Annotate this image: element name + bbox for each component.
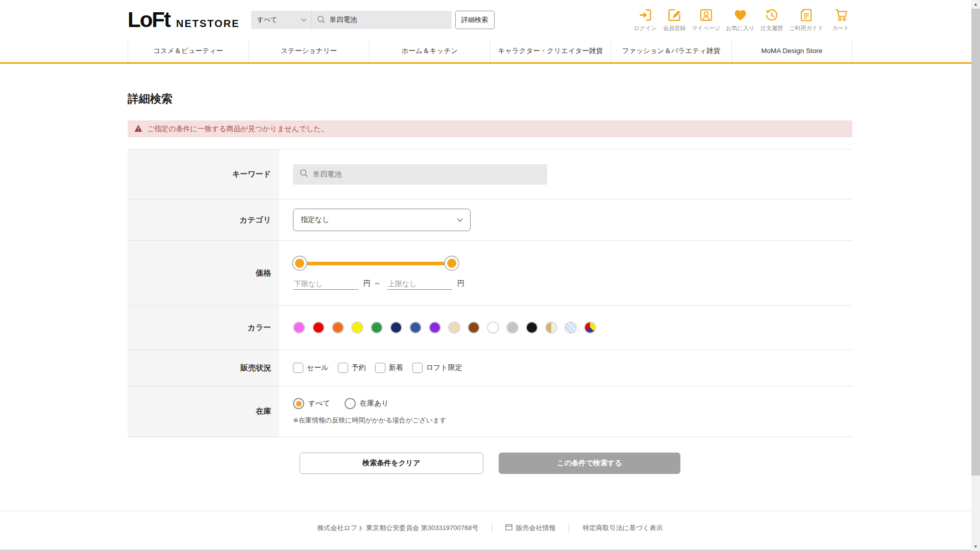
sales-status-option-1[interactable]: 予約 <box>338 363 366 373</box>
search-with-conditions-button[interactable]: この条件で検索する <box>499 453 680 474</box>
nav-item-0[interactable]: コスメ＆ビューティー <box>128 39 249 62</box>
color-swatches <box>293 321 596 334</box>
search-category-value: すべて <box>257 15 278 24</box>
price-range-slider <box>293 257 458 270</box>
sales-status-option-2[interactable]: 新着 <box>375 363 403 373</box>
color-swatch-red[interactable] <box>312 321 325 334</box>
slider-handle-max[interactable] <box>445 257 458 270</box>
search-input[interactable] <box>326 16 452 23</box>
form-row-color: カラー <box>128 306 852 350</box>
color-swatch-multicolor[interactable] <box>584 321 596 334</box>
range-separator: ～ <box>374 279 381 290</box>
quick-link-label: カート <box>832 24 849 32</box>
detail-search-button[interactable]: 詳細検索 <box>455 11 495 29</box>
nav-item-5[interactable]: MoMA Design Store <box>731 39 853 62</box>
main-content: 詳細検索 ご指定の条件に一致する商品が見つかりませんでした。 キーワード カテゴ… <box>128 91 852 474</box>
header-link-login[interactable]: ログイン <box>633 8 657 32</box>
clear-conditions-button[interactable]: 検索条件をクリア <box>300 453 483 474</box>
stock-option-0[interactable]: すべて <box>293 398 330 409</box>
sales-status-options: セール予約新着ロフト限定 <box>293 363 462 373</box>
header-search: すべて 詳細検索 <box>251 11 495 29</box>
logo-brand-text: LoFt <box>128 8 170 32</box>
cart-icon <box>834 8 848 23</box>
quick-link-label: お気に入り <box>726 24 754 32</box>
color-swatch-orange[interactable] <box>332 321 344 334</box>
stock-option-1[interactable]: 在庫あり <box>345 398 389 409</box>
price-max-input[interactable] <box>387 278 452 290</box>
footer-separator <box>569 524 569 532</box>
scrollbar-down-arrow[interactable]: ▼ <box>971 542 980 551</box>
footer-separator <box>492 524 492 532</box>
nav-item-3[interactable]: キャラクター・クリエイター雑貨 <box>490 39 611 62</box>
header-link-mypage[interactable]: マイページ <box>692 8 720 32</box>
quick-link-label: 注文履歴 <box>761 24 783 32</box>
checkbox-label: 予約 <box>352 363 366 372</box>
form-actions: 検索条件をクリア この条件で検索する <box>128 453 852 474</box>
color-swatch-clear[interactable] <box>565 321 577 334</box>
keyword-input[interactable] <box>308 170 547 179</box>
footer-link-legal[interactable]: 特定商取引法に基づく表示 <box>582 523 663 533</box>
checkbox-label: 新着 <box>389 363 403 372</box>
sales-status-option-3[interactable]: ロフト限定 <box>412 363 462 373</box>
color-swatch-brown[interactable] <box>468 321 480 334</box>
color-swatch-purple[interactable] <box>429 321 441 334</box>
scrollbar-up-arrow[interactable]: ▲ <box>971 0 980 9</box>
category-select[interactable]: 指定なし <box>293 209 471 231</box>
color-swatch-black[interactable] <box>526 321 538 334</box>
nav-item-1[interactable]: ステーショナリー <box>249 39 370 62</box>
checkbox-label: ロフト限定 <box>426 363 462 372</box>
error-message-bar: ご指定の条件に一致する商品が見つかりませんでした。 <box>128 120 852 137</box>
color-swatch-gray[interactable] <box>506 321 519 334</box>
color-swatch-white[interactable] <box>487 321 499 334</box>
color-swatch-gold-silver[interactable] <box>545 321 557 334</box>
header-link-register[interactable]: 会員登録 <box>663 8 686 32</box>
nav-item-4[interactable]: ファッション＆バラエティ雑貨 <box>610 39 731 62</box>
checkbox[interactable] <box>412 363 423 373</box>
logo-store-text: NETSTORE <box>176 18 240 30</box>
color-swatch-green[interactable] <box>371 321 383 334</box>
category-value: 指定なし <box>301 215 330 224</box>
footer-link-company-info[interactable]: 販売会社情報 <box>505 523 555 533</box>
color-swatch-yellow[interactable] <box>351 321 363 334</box>
keyword-label: キーワード <box>128 149 279 199</box>
radio-label: 在庫あり <box>360 399 389 408</box>
checkbox[interactable] <box>375 363 385 373</box>
stock-options: すべて在庫あり <box>293 398 447 409</box>
radio-button[interactable] <box>345 398 356 409</box>
color-swatch-pink[interactable] <box>293 321 305 334</box>
mypage-icon <box>699 8 714 23</box>
stock-label: 在庫 <box>128 386 279 437</box>
search-form: キーワード カテゴリ 指定なし <box>128 149 852 437</box>
quick-link-label: ログイン <box>634 24 657 32</box>
color-swatch-blue[interactable] <box>409 321 422 334</box>
color-swatch-beige[interactable] <box>448 321 460 334</box>
checkbox[interactable] <box>338 363 348 373</box>
site-footer: 株式会社ロフト 東京都公安委員会 第303319700768号 販売会社情報 特… <box>0 511 980 548</box>
quick-link-label: マイページ <box>692 24 720 32</box>
header-link-order-history[interactable]: 注文履歴 <box>760 8 783 32</box>
nav-item-2[interactable]: ホーム＆キッチン <box>369 39 490 62</box>
vertical-scrollbar[interactable]: ▲ ▼ <box>971 0 980 551</box>
header-quick-links: ログイン会員登録マイページお気に入り注文履歴ご利用ガイドカート <box>633 8 852 32</box>
warning-icon <box>134 124 142 134</box>
quick-link-label: 会員登録 <box>663 24 685 32</box>
radio-button[interactable] <box>293 398 304 409</box>
search-category-dropdown[interactable]: すべて <box>251 11 311 29</box>
slider-track <box>300 262 452 265</box>
header-link-guide[interactable]: ご利用ガイド <box>789 8 823 32</box>
form-row-keyword: キーワード <box>128 149 852 199</box>
main-nav: コスメ＆ビューティーステーショナリーホーム＆キッチンキャラクター・クリエイター雑… <box>0 39 980 64</box>
site-header: LoFt NETSTORE すべて 詳細検索 ログイン会員登録マイページお気に入… <box>0 0 980 39</box>
form-row-category: カテゴリ 指定なし <box>128 199 852 241</box>
sales-status-option-0[interactable]: セール <box>293 363 329 373</box>
scrollbar-thumb[interactable] <box>971 9 980 475</box>
header-link-cart[interactable]: カート <box>829 8 852 32</box>
form-row-price: 価格 円 ～ 円 <box>128 241 852 306</box>
header-link-favorites[interactable]: お気に入り <box>726 8 754 32</box>
page-title: 詳細検索 <box>128 91 852 107</box>
color-swatch-navy[interactable] <box>390 321 402 334</box>
slider-handle-min[interactable] <box>293 257 306 270</box>
price-min-input[interactable] <box>293 278 358 290</box>
loft-logo[interactable]: LoFt NETSTORE <box>128 8 240 32</box>
checkbox[interactable] <box>293 363 303 373</box>
